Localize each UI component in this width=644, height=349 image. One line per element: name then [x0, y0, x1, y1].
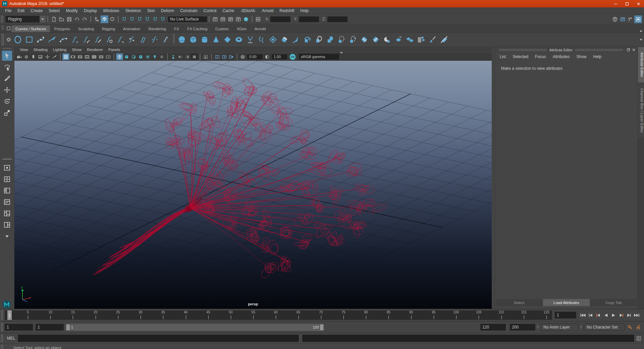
extrude-icon[interactable]	[279, 34, 290, 46]
rebuild-surfaces-icon[interactable]	[416, 34, 427, 46]
humanik-icon[interactable]	[619, 15, 627, 23]
insert-isoparms-icon[interactable]	[393, 34, 404, 46]
ae-menu-help[interactable]: Help	[590, 54, 605, 60]
cut-curve-icon[interactable]	[92, 34, 103, 46]
exposure-icon[interactable]	[239, 53, 246, 60]
snap-to-curve-icon[interactable]	[128, 15, 136, 23]
detach-curves-icon[interactable]	[80, 34, 92, 46]
range-start-handle[interactable]	[66, 325, 70, 330]
shelf-prev-arrow-icon[interactable]	[640, 31, 642, 32]
anim-layer-selector[interactable]: No Anim Layer	[540, 323, 579, 331]
status-line-grip[interactable]	[1, 15, 3, 23]
shelf-tab-rendering[interactable]: Rendering	[144, 26, 170, 32]
attach-surfaces-icon[interactable]	[359, 34, 370, 46]
detach-surfaces-icon[interactable]	[370, 34, 381, 46]
extend-surfaces-icon[interactable]	[404, 34, 416, 46]
playback-start-field[interactable]: 1	[36, 324, 64, 331]
film-gate-icon[interactable]	[69, 53, 76, 60]
rebuild-curve-icon[interactable]	[160, 34, 172, 46]
undo-icon[interactable]	[73, 15, 81, 23]
menu-windows[interactable]: Windows	[100, 8, 122, 14]
layout-single-pane-icon[interactable]	[2, 163, 12, 173]
render-settings-icon[interactable]	[234, 15, 242, 23]
shadows-icon[interactable]	[151, 53, 158, 60]
go-to-end-button[interactable]	[633, 312, 641, 318]
animation-end-field[interactable]: 200	[510, 324, 535, 331]
project-curve-icon[interactable]	[313, 34, 324, 46]
range-slider[interactable]: 1 120	[66, 324, 324, 331]
open-close-curve-icon[interactable]	[103, 34, 115, 46]
menu-redshift[interactable]: Redshift	[276, 8, 297, 14]
layout-more-icon[interactable]	[2, 231, 12, 241]
layout-persp-outliner-icon[interactable]	[2, 186, 12, 196]
texture-placement-icon[interactable]	[191, 53, 198, 60]
range-slider-grip[interactable]	[1, 322, 3, 332]
display-render-settings-icon[interactable]	[242, 15, 250, 23]
xray-joints-icon[interactable]	[177, 53, 184, 60]
field-chart-icon[interactable]	[91, 53, 98, 60]
ae-menu-attributes[interactable]: Attributes	[549, 54, 573, 60]
safe-action-icon[interactable]	[98, 53, 105, 60]
side-tab-attribute-editor[interactable]: Attribute Editor	[638, 47, 644, 83]
menu-create[interactable]: Create	[28, 8, 46, 14]
pane-layout-icon[interactable]	[214, 53, 221, 60]
menu-help[interactable]: Help	[297, 8, 312, 14]
resolution-gate-icon[interactable]	[76, 53, 84, 60]
planar-icon[interactable]	[267, 34, 279, 46]
ae-menu-show[interactable]: Show	[573, 54, 590, 60]
chevron-down-icon[interactable]: ▽	[537, 326, 539, 329]
ae-menu-list[interactable]: List	[496, 54, 509, 60]
menu-deform[interactable]: Deform	[158, 8, 177, 14]
new-scene-icon[interactable]	[50, 15, 58, 23]
select-camera-icon[interactable]	[16, 53, 23, 60]
menu-modify[interactable]: Modify	[63, 8, 80, 14]
range-end-handle[interactable]	[320, 325, 323, 330]
shelf-tab-xgen[interactable]: XGen	[233, 26, 251, 32]
time-ruler[interactable]: 1 51015202530354045505560657075808590951…	[5, 310, 552, 320]
z-coordinate-input[interactable]	[327, 16, 347, 22]
menu-3dtoall[interactable]: -3DtoAll-	[237, 8, 259, 14]
shelf-tabs-menu-icon[interactable]	[5, 25, 11, 31]
menu-set-dropdown[interactable]: Rigging	[5, 16, 46, 22]
gamma-field[interactable]: 1.00	[272, 54, 287, 59]
reverse-curve-icon[interactable]	[149, 34, 160, 46]
nurbs-cone-icon[interactable]	[210, 34, 222, 46]
make-object-live-icon[interactable]	[159, 15, 167, 23]
menu-control[interactable]: Control	[201, 8, 220, 14]
window-minimize-button[interactable]	[610, 0, 621, 7]
image-plane-icon[interactable]	[37, 53, 44, 60]
snap-to-point-icon[interactable]	[136, 15, 144, 23]
sculpt-surfaces-tool-icon[interactable]	[427, 34, 438, 46]
close-panel-icon[interactable]	[631, 48, 636, 52]
play-backwards-button[interactable]	[602, 312, 610, 318]
nurbs-torus-icon[interactable]	[233, 34, 245, 46]
ae-menu-selected[interactable]: Selected	[509, 54, 532, 60]
script-editor-icon[interactable]	[635, 335, 643, 342]
menu-skin[interactable]: Skin	[144, 8, 158, 14]
select-by-object-type-icon[interactable]	[101, 15, 108, 23]
xray-icon[interactable]	[170, 53, 177, 60]
pane-pop-icon[interactable]	[228, 53, 235, 60]
textured-display-icon[interactable]	[137, 53, 144, 60]
exposure-contrast-icon[interactable]	[184, 53, 191, 60]
paint-select-tool-icon[interactable]	[2, 73, 12, 84]
float-panel-icon[interactable]	[626, 48, 631, 52]
nurbs-sphere-icon[interactable]	[176, 34, 187, 46]
panel-menu-view[interactable]: View	[17, 47, 31, 52]
ae-button-load-attributes[interactable]: Load Attributes	[543, 299, 590, 306]
channel-box-icon[interactable]	[634, 15, 642, 23]
ae-menu-focus[interactable]: Focus	[532, 54, 549, 60]
coordinate-input-mode-icon[interactable]	[254, 15, 262, 23]
safe-title-icon[interactable]: T	[105, 53, 112, 60]
shelf-tab-fx-caching[interactable]: FX Caching	[183, 26, 211, 32]
separator[interactable]	[251, 16, 253, 22]
step-back-frame-button[interactable]	[594, 312, 602, 318]
attach-curves-icon[interactable]	[69, 34, 80, 46]
layout-hypershade-icon[interactable]	[2, 208, 12, 218]
animation-start-field[interactable]: 1	[5, 324, 33, 331]
open-scene-icon[interactable]	[58, 15, 65, 23]
shelf-tab-curves-surfaces[interactable]: Curves / Surfaces	[11, 26, 50, 32]
shelf-tab-animation[interactable]: Animation	[119, 26, 144, 32]
menu-constrain[interactable]: Constrain	[177, 8, 200, 14]
nurbs-plane-icon[interactable]	[222, 34, 233, 46]
